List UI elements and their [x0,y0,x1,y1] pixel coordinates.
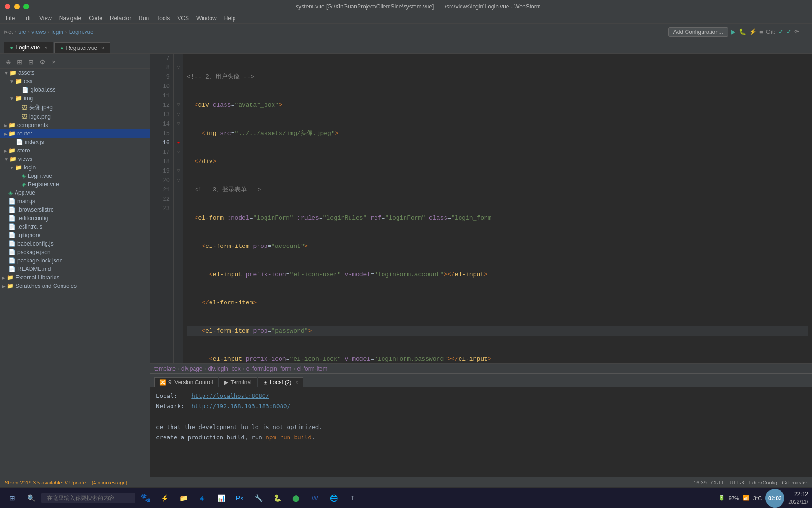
settings-icon[interactable]: ⚙ [38,58,47,66]
expand-img-icon: ▼ [9,96,14,101]
taskbar-app-icon-py[interactable]: 🐍 [269,490,286,507]
debug-btn[interactable]: 🐛 [739,28,746,35]
menu-window[interactable]: Window [193,14,220,23]
terminal-tab-version-control[interactable]: 🔀 9: Version Control [154,377,218,387]
menu-edit[interactable]: Edit [18,14,36,23]
menu-file[interactable]: File [2,14,18,23]
status-update-warning[interactable]: Storm 2019.3.5 available: // Update... (… [5,480,127,485]
stop-btn[interactable]: ■ [759,28,763,35]
sidebar-item-gitignore[interactable]: ▶ 📄 .gitignore [0,231,150,239]
menu-refactor[interactable]: Refactor [106,14,135,23]
taskbar-app-icon-word[interactable]: W [306,490,323,507]
sidebar-item-login-folder[interactable]: ▼ 📁 login [0,163,150,172]
status-encoding[interactable]: UTF-8 [729,480,744,485]
sidebar-item-appvue[interactable]: ▶ ◈ App.vue [0,189,150,197]
add-configuration-button[interactable]: Add Configuration... [668,27,728,37]
sidebar-item-css[interactable]: ▼ 📁 css [0,77,150,86]
menu-tools[interactable]: Tools [153,14,173,23]
sidebar-item-components[interactable]: ▶ 📁 components [0,121,150,129]
bc-divloginbox[interactable]: div.login_box [208,365,241,372]
sidebar-item-packagejson[interactable]: ▶ 📄 package.json [0,248,150,256]
git-check2-btn[interactable]: ✔ [786,28,791,35]
tab-register-vue[interactable]: ● Register.vue × [54,42,110,53]
terminal-tab-close[interactable]: × [295,380,298,385]
taskbar-app-icon-office[interactable]: 📊 [212,490,229,507]
taskbar-app-icon-folder[interactable]: 📁 [175,490,192,507]
sidebar-item-scratches[interactable]: ▶ 📁 Scratches and Consoles [0,282,150,290]
menu-vcs[interactable]: VCS [173,14,193,23]
breadcrumb-views[interactable]: views [31,29,46,35]
terminal-tab-terminal[interactable]: ▶ Terminal [219,377,257,387]
tab-login-vue[interactable]: ● Login.vue × [4,42,53,53]
editor-content[interactable]: 7 8 9 10 11 12 13 14 15 16 17 18 [150,54,812,363]
maximize-window-btn[interactable] [23,4,29,9]
minimize-window-btn[interactable] [14,4,20,9]
git-more-btn[interactable]: ⋯ [802,28,808,35]
bc-elformitem[interactable]: el-form-item [297,365,327,372]
status-position[interactable]: 16:39 [694,480,707,485]
sidebar-item-label: .browserslistrc [17,206,54,213]
sidebar-item-img[interactable]: ▼ 📁 img [0,94,150,103]
terminal-network-url[interactable]: http://192.168.103.183:8080/ [191,403,290,410]
menu-help[interactable]: Help [220,14,240,23]
sidebar-item-babelconfig[interactable]: ▶ 📄 babel.config.js [0,239,150,248]
taskbar-start-btn[interactable]: ⊞ [4,490,21,507]
tab-login-close[interactable]: × [44,45,47,50]
line-num-15: 15 [154,129,170,138]
taskbar-app-icon-ps[interactable]: Ps [231,490,248,507]
breadcrumb-login[interactable]: login [51,29,63,35]
git-arrow-btn[interactable]: ⟳ [794,28,799,35]
sidebar-item-mainjs[interactable]: ▶ 📄 main.js [0,197,150,206]
breadcrumb-file[interactable]: Login.vue [69,29,94,35]
sidebar-item-loginvue[interactable]: ▶ ◈ Login.vue [0,172,150,180]
taskbar-search-input[interactable] [41,493,135,503]
collapse-all-icon[interactable]: ⊟ [26,58,36,66]
locate-file-icon[interactable]: ⊕ [4,58,13,66]
bc-divpage[interactable]: div.page [181,365,202,372]
expand-all-icon[interactable]: ⊞ [15,58,24,66]
status-editorconfig[interactable]: EditorConfig [749,480,778,485]
sidebar-item-eslintrc[interactable]: ▶ 📄 .eslintrc.js [0,222,150,231]
taskbar-app-icon-jb[interactable]: 🔧 [250,490,267,507]
status-line-ending[interactable]: CRLF [711,480,725,485]
taskbar-app-icon-type[interactable]: T [344,490,361,507]
taskbar-app-icon-1[interactable]: 🐾 [137,490,154,507]
sidebar-item-globalcss[interactable]: ▶ 📄 global.css [0,86,150,94]
tab-register-close[interactable]: × [102,46,104,51]
sidebar-item-browserslistrc[interactable]: ▶ 📄 .browserslistrc [0,206,150,214]
git-check-btn[interactable]: ✔ [778,28,783,35]
code-editor[interactable]: 7 8 9 10 11 12 13 14 15 16 17 18 [150,54,812,373]
terminal-body[interactable]: Local: http://localhost:8080/ Network: h… [150,387,812,477]
close-sidebar-icon[interactable]: × [49,58,58,66]
sidebar-item-external-libraries[interactable]: ▶ 📁 External Libraries [0,273,150,282]
taskbar-app-icon-browser[interactable]: ⬤ [288,490,304,507]
coverage-btn[interactable]: ⚡ [749,28,757,35]
menu-code[interactable]: Code [85,14,106,23]
sidebar-item-readme[interactable]: ▶ 📄 README.md [0,265,150,273]
sidebar-item-router[interactable]: ▶ 📁 router [0,129,150,138]
terminal-local-url[interactable]: http://localhost:8080/ [191,392,269,399]
terminal-tab-local2[interactable]: ⊞ Local (2) × [258,377,304,387]
sidebar-item-store[interactable]: ▶ 📁 store [0,146,150,155]
taskbar-app-icon-chrome[interactable]: 🌐 [325,490,342,507]
sidebar-item-packagelockjson[interactable]: ▶ 📄 package-lock.json [0,256,150,265]
sidebar-item-logo[interactable]: ▶ 🖼 logo.png [0,112,150,121]
menu-navigate[interactable]: Navigate [55,14,85,23]
menu-view[interactable]: View [36,14,55,23]
run-btn[interactable]: ▶ [731,28,736,35]
taskbar-search-icon[interactable]: 🔍 [23,490,39,507]
sidebar-item-avatar[interactable]: ▶ 🖼 头像.jpeg [0,103,150,112]
bc-elformloginform[interactable]: el-form.login_form [246,365,292,372]
code-lines[interactable]: <!-- 2、用户头像 --> <div class="avatar_box">… [183,54,812,363]
bc-template[interactable]: template [154,365,176,372]
sidebar-item-editorconfig[interactable]: ▶ 📄 .editorconfig [0,214,150,222]
sidebar-item-registervue[interactable]: ▶ ◈ Register.vue [0,180,150,189]
sidebar-item-views[interactable]: ▼ 📁 views [0,155,150,163]
close-window-btn[interactable] [5,4,10,9]
sidebar-item-assets[interactable]: ▼ 📁 assets [0,69,150,77]
taskbar-app-icon-edge[interactable]: ◈ [194,490,211,507]
breadcrumb-src[interactable]: src [18,29,26,35]
taskbar-app-icon-2[interactable]: ⚡ [156,490,173,507]
sidebar-item-indexjs[interactable]: ▶ 📄 index.js [0,138,150,146]
menu-run[interactable]: Run [135,14,153,23]
